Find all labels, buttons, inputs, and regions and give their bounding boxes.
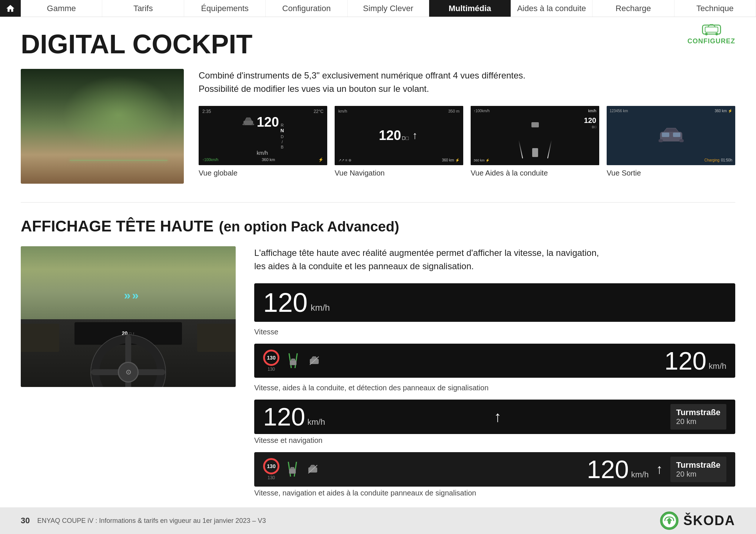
hud-panel-adas-label: Vitesse, aides à la conduite, et détecti… — [254, 384, 735, 392]
nav-configuration[interactable]: Configuration — [266, 0, 347, 17]
svg-rect-5 — [242, 124, 245, 125]
hud-panel-nav-label: Vitesse et navigation — [254, 436, 735, 445]
skoda-emblem-icon — [660, 511, 679, 530]
dashboard-main-image — [21, 69, 184, 184]
svg-rect-19 — [289, 469, 296, 474]
svg-rect-9 — [679, 139, 684, 142]
main-content: DIGITAL COCKPIT Combiné d'instruments de… — [0, 17, 756, 497]
configurez-button[interactable]: CONFIGUREZ — [687, 22, 735, 45]
nav-aides-conduite[interactable]: Aides à la conduite — [511, 0, 593, 17]
view-sortie-image: 123456 km 360 km ⚡ — [607, 106, 735, 165]
svg-rect-10 — [662, 133, 669, 137]
skoda-logo: ŠKODA — [660, 511, 735, 530]
nav-tarifs[interactable]: Tarifs — [102, 0, 184, 17]
view-navigation-label: Vue Navigation — [335, 169, 385, 177]
svg-rect-1 — [705, 27, 718, 32]
view-globale-label: Vue globale — [199, 169, 238, 177]
hud-steering-image: » » 20 ↑ 20 □ ↑ — [21, 246, 236, 387]
digital-cockpit-content: Combiné d'instruments de 5,3" exclusivem… — [21, 69, 735, 184]
footer-right: ŠKODA — [660, 511, 735, 530]
nav-multimedia[interactable]: Multimédia — [429, 0, 511, 17]
home-button[interactable] — [0, 0, 21, 17]
cockpit-views: 2:35 22°C — [199, 106, 735, 177]
hud-panel-speed: 120 km/h Vitesse — [254, 283, 735, 336]
hud-panel-all-label: Vitesse, navigation et aides à la condui… — [254, 489, 735, 497]
view-sortie: 123456 km 360 km ⚡ — [607, 106, 735, 177]
view-navigation-image: km/h 350 m 120 D□ ↑ — [335, 106, 463, 165]
skoda-brand-name: ŠKODA — [683, 513, 735, 528]
view-adas-image: ↑100km/h km/h 120 D□ 360 km ⚡ — [471, 106, 599, 165]
view-adas-label: Vue Aides à la conduite — [471, 169, 548, 177]
hud-section: AFFICHAGE TÊTE HAUTE (en option Pack Adv… — [21, 217, 735, 497]
footer: 30 ENYAQ COUPE iV : Informations & tarif… — [0, 507, 756, 534]
hud-content: » » 20 ↑ 20 □ ↑ — [21, 246, 735, 497]
svg-rect-14 — [290, 361, 296, 365]
hud-panel-adas: 130 130 — [254, 344, 735, 392]
view-adas: ↑100km/h km/h 120 D□ 360 km ⚡ Vue Aides … — [471, 106, 599, 177]
hud-title: AFFICHAGE TÊTE HAUTE — [21, 217, 213, 235]
hud-description: L'affichage tête haute avec réalité augm… — [254, 246, 735, 273]
nav-simply-clever[interactable]: Simply Clever — [348, 0, 429, 17]
view-globale-image: 2:35 22°C — [199, 106, 327, 165]
digital-cockpit-description: Combiné d'instruments de 5,3" exclusivem… — [199, 69, 735, 96]
nav-gamme[interactable]: Gamme — [21, 0, 102, 17]
hud-title-row: AFFICHAGE TÊTE HAUTE (en option Pack Adv… — [21, 217, 735, 235]
home-icon — [6, 4, 15, 13]
skoda-car-icon — [702, 22, 721, 36]
section-divider — [21, 202, 735, 203]
svg-rect-6 — [252, 124, 254, 125]
digital-cockpit-right: Combiné d'instruments de 5,3" exclusivem… — [199, 69, 735, 184]
nav-recharge[interactable]: Recharge — [593, 0, 674, 17]
hud-right: L'affichage tête haute avec réalité augm… — [254, 246, 735, 497]
view-globale: 2:35 22°C — [199, 106, 327, 177]
svg-rect-8 — [659, 139, 663, 142]
nav-technique[interactable]: Technique — [674, 0, 756, 17]
hud-panel-speed-label: Vitesse — [254, 328, 735, 336]
footer-page-number: 30 — [21, 516, 30, 525]
digital-cockpit-section: DIGITAL COCKPIT Combiné d'instruments de… — [21, 30, 735, 184]
nav-equipements[interactable]: Équipements — [184, 0, 266, 17]
footer-left: 30 ENYAQ COUPE iV : Informations & tarif… — [21, 516, 266, 525]
svg-point-3 — [715, 33, 718, 36]
view-navigation: km/h 350 m 120 D□ ↑ — [335, 106, 463, 177]
digital-cockpit-title: DIGITAL COCKPIT — [21, 30, 735, 59]
hud-panels: 120 km/h Vitesse — [254, 283, 735, 497]
footer-disclaimer: ENYAQ COUPE iV : Informations & tarifs e… — [37, 517, 266, 525]
hud-subtitle: (en option Pack Advanced) — [219, 219, 399, 234]
view-sortie-label: Vue Sortie — [607, 169, 641, 177]
hud-panel-nav: 120 km/h ↑ Turmstraße 20 km Vitesse et — [254, 400, 735, 445]
configurez-label: CONFIGUREZ — [687, 37, 735, 45]
hud-panel-all: 130 130 — [254, 452, 735, 497]
svg-rect-11 — [673, 133, 680, 137]
top-navigation: Gamme Tarifs Équipements Configuration S… — [0, 0, 756, 17]
svg-point-2 — [705, 33, 707, 36]
